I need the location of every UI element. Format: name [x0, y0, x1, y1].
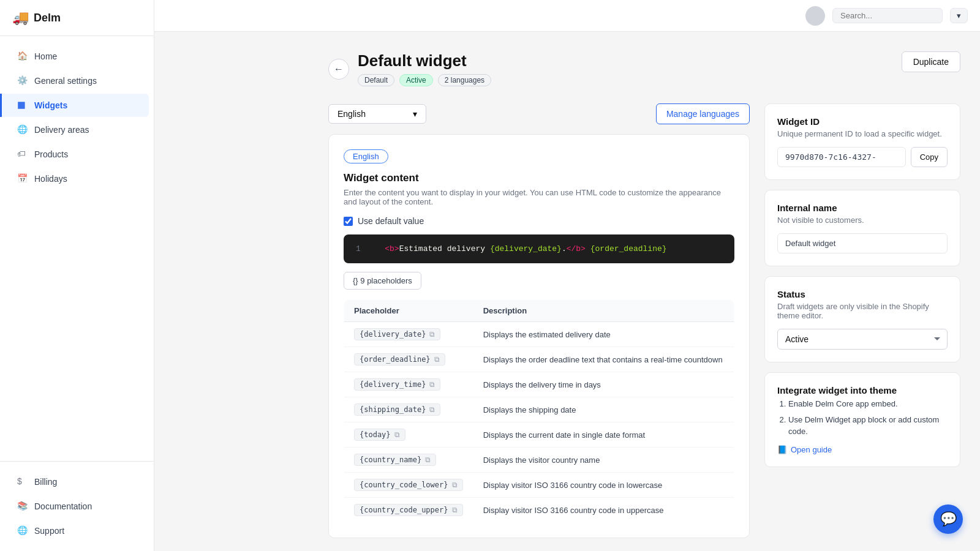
- placeholder-cell: {shipping_date} ⧉: [344, 397, 473, 422]
- topbar: ▾: [154, 0, 980, 32]
- sidebar-item-holidays[interactable]: 📅 Holidays: [5, 167, 149, 190]
- placeholder-code: {order_deadline} ⧉: [354, 353, 445, 365]
- sidebar-item-delivery-areas[interactable]: 🌐 Delivery areas: [5, 118, 149, 141]
- placeholder-cell: {order_deadline} ⧉: [344, 347, 473, 372]
- status-select[interactable]: Active Draft: [777, 329, 948, 350]
- sidebar-item-documentation[interactable]: 📚 Documentation: [5, 495, 149, 518]
- language-bar: English ▾ Manage languages: [328, 103, 750, 124]
- sidebar-item-support[interactable]: 🌐 Support: [5, 519, 149, 542]
- sidebar-item-label: Products: [34, 149, 68, 159]
- sidebar-item-label: General settings: [34, 76, 97, 86]
- dollar-icon: $: [17, 476, 28, 487]
- placeholder-code: {delivery_date} ⧉: [354, 328, 440, 340]
- widget-id-card: Widget ID Unique permanent ID to load a …: [764, 103, 960, 180]
- left-panel: English ▾ Manage languages English Widge…: [328, 103, 750, 538]
- code-tag-open: <b>: [385, 244, 399, 253]
- placeholders-button[interactable]: {} 9 placeholders: [344, 272, 421, 290]
- widget-id-title: Widget ID: [777, 116, 948, 127]
- copy-placeholder-icon[interactable]: ⧉: [434, 355, 440, 364]
- code-block: 1 <b>Estimated delivery {delivery_date}.…: [344, 234, 734, 263]
- open-guide-label: Open guide: [791, 445, 832, 454]
- widget-id-input[interactable]: [777, 147, 906, 167]
- copy-placeholder-icon[interactable]: ⧉: [429, 330, 435, 339]
- integrate-step: Enable Delm Core app embed.: [788, 398, 948, 410]
- chat-fab[interactable]: 💬: [933, 504, 963, 534]
- placeholder-cell: {today} ⧉: [344, 422, 473, 448]
- status-desc: Draft widgets are only visible in the Sh…: [777, 302, 948, 320]
- calendar-icon: 📅: [17, 173, 28, 184]
- sidebar-item-label: Support: [34, 526, 64, 536]
- logo-text: Delm: [34, 12, 61, 24]
- language-selector[interactable]: English ▾: [328, 104, 426, 124]
- placeholder-cell: {delivery_date} ⧉: [344, 322, 473, 347]
- description-cell: Display visitor ISO 3166 country code in…: [473, 498, 734, 523]
- table-row: {country_code_lower} ⧉ Display visitor I…: [344, 473, 734, 498]
- manage-languages-button[interactable]: Manage languages: [656, 103, 750, 124]
- back-button[interactable]: ←: [328, 59, 349, 80]
- sidebar-item-products[interactable]: 🏷 Products: [5, 143, 149, 166]
- description-cell: Displays the visitor country name: [473, 448, 734, 473]
- status-card: Status Draft widgets are only visible in…: [764, 276, 960, 362]
- widget-content-card: English Widget content Enter the content…: [328, 134, 750, 538]
- sidebar-logo: 🚚 Delm: [0, 0, 154, 36]
- placeholder-code: {country_name} ⧉: [354, 454, 436, 466]
- internal-name-input[interactable]: [777, 233, 948, 253]
- copy-placeholder-icon[interactable]: ⧉: [394, 430, 400, 439]
- sidebar-item-label: Documentation: [34, 501, 92, 511]
- book-icon: 📚: [17, 501, 28, 512]
- duplicate-button[interactable]: Duplicate: [902, 51, 960, 72]
- copy-placeholder-icon[interactable]: ⧉: [429, 405, 435, 414]
- description-cell: Displays the order deadline text that co…: [473, 347, 734, 372]
- checkbox-row: Use default value: [344, 216, 734, 226]
- sidebar-item-label: Billing: [34, 477, 57, 487]
- copy-placeholder-icon[interactable]: ⧉: [452, 506, 458, 514]
- placeholder-cell: {country_name} ⧉: [344, 448, 473, 473]
- table-row: {delivery_date} ⧉ Displays the estimated…: [344, 322, 734, 347]
- widget-content-desc: Enter the content you want to display in…: [344, 188, 734, 206]
- code-line-number: 1: [356, 244, 361, 253]
- page-title-block: Default widget Default Active 2 language…: [358, 51, 491, 86]
- table-row: {country_name} ⧉ Displays the visitor co…: [344, 448, 734, 473]
- widget-id-desc: Unique permanent ID to load a specific w…: [777, 129, 948, 138]
- copy-placeholder-icon[interactable]: ⧉: [429, 380, 435, 389]
- sidebar-item-billing[interactable]: $ Billing: [5, 470, 149, 493]
- topbar-search[interactable]: [832, 8, 943, 23]
- sidebar-item-widgets[interactable]: ▦ Widgets: [0, 94, 149, 117]
- placeholder-cell: {country_code_upper} ⧉: [344, 498, 473, 523]
- guide-icon: 📘: [777, 445, 787, 454]
- internal-name-card: Internal name Not visible to customers.: [764, 190, 960, 266]
- placeholders-table: Placeholder Description {delivery_date} …: [344, 299, 734, 523]
- open-guide-link[interactable]: 📘 Open guide: [777, 445, 948, 454]
- internal-name-title: Internal name: [777, 203, 948, 213]
- integrate-step: Use Delm Widget app block or add custom …: [788, 414, 948, 438]
- sidebar-item-general-settings[interactable]: ⚙️ General settings: [5, 69, 149, 92]
- page-header: ← Default widget Default Active 2 langua…: [328, 51, 960, 86]
- copy-placeholder-icon[interactable]: ⧉: [452, 481, 458, 489]
- home-icon: 🏠: [17, 51, 28, 62]
- placeholder-cell: {delivery_time} ⧉: [344, 372, 473, 397]
- copy-button[interactable]: Copy: [911, 147, 948, 167]
- sidebar-item-label: Delivery areas: [34, 125, 89, 135]
- page-title: Default widget: [358, 51, 491, 70]
- table-row: {order_deadline} ⧉ Displays the order de…: [344, 347, 734, 372]
- placeholder-code: {delivery_time} ⧉: [354, 378, 440, 391]
- page-badges: Default Active 2 languages: [358, 74, 491, 86]
- sidebar-item-home[interactable]: 🏠 Home: [5, 45, 149, 68]
- copy-placeholder-icon[interactable]: ⧉: [425, 455, 431, 464]
- use-default-checkbox[interactable]: [344, 217, 353, 226]
- badge-active: Active: [399, 74, 433, 86]
- table-row: {shipping_date} ⧉ Displays the shipping …: [344, 397, 734, 422]
- description-cell: Displays the shipping date: [473, 397, 734, 422]
- main-content: ← Default widget Default Active 2 langua…: [309, 32, 980, 551]
- placeholder-cell: {country_code_lower} ⧉: [344, 473, 473, 498]
- chevron-down-icon: ▾: [413, 109, 417, 119]
- description-cell: Displays the current date in single date…: [473, 422, 734, 448]
- table-row: {country_code_upper} ⧉ Display visitor I…: [344, 498, 734, 523]
- placeholder-code: {today} ⧉: [354, 429, 405, 441]
- col-description: Description: [473, 300, 734, 322]
- col-placeholder: Placeholder: [344, 300, 473, 322]
- user-avatar: [805, 6, 825, 26]
- integrate-steps: Enable Delm Core app embed.Use Delm Widg…: [777, 398, 948, 438]
- topbar-menu-btn[interactable]: ▾: [950, 8, 968, 23]
- table-row: {today} ⧉ Displays the current date in s…: [344, 422, 734, 448]
